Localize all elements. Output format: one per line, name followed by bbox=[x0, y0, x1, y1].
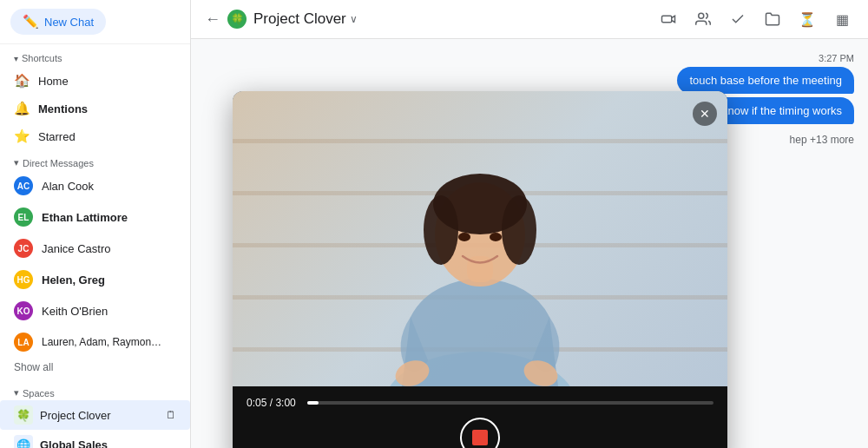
sidebar-header: ✏️ New Chat bbox=[0, 0, 190, 44]
shortcuts-section: ▾ Shortcuts bbox=[0, 44, 190, 67]
sidebar: ✏️ New Chat ▾ Shortcuts 🏠 Home 🔔 Mention… bbox=[0, 0, 191, 448]
dm-lauren-adam[interactable]: LA Lauren, Adam, Raymond, Christia bbox=[0, 326, 190, 358]
message-time: 3:27 PM bbox=[819, 53, 854, 63]
dm-ethan-lattimore[interactable]: EL Ethan Lattimore bbox=[0, 201, 190, 233]
space-global-sales[interactable]: 🌐 Global Sales bbox=[0, 430, 190, 448]
avatar-janice: JC bbox=[14, 239, 33, 258]
dm-section: ▾ Direct Messages bbox=[0, 150, 190, 170]
chat-body: 3:27 PM touch base before the meeting Le… bbox=[191, 39, 868, 448]
back-button[interactable]: ← bbox=[205, 10, 220, 29]
space-icon-clover: 🍀 bbox=[14, 405, 33, 425]
dm-chevron: ▾ bbox=[14, 157, 19, 168]
spaces-chevron: ▾ bbox=[14, 387, 19, 399]
dm-keith-obrien[interactable]: KO Keith O'Brien bbox=[0, 295, 190, 326]
avatar-alan: AC bbox=[14, 176, 33, 195]
avatar-keith: KO bbox=[14, 301, 33, 320]
space-clover-label: Project Clover bbox=[40, 409, 111, 422]
avatar-ethan: EL bbox=[14, 208, 33, 227]
svg-rect-0 bbox=[662, 16, 672, 23]
dm-helen-label: Helen, Greg bbox=[42, 273, 105, 287]
sidebar-item-home[interactable]: 🏠 Home bbox=[0, 67, 190, 95]
new-chat-button[interactable]: ✏️ New Chat bbox=[10, 9, 106, 35]
dm-janice-label: Janice Castro bbox=[42, 242, 110, 255]
dm-ethan-label: Ethan Lattimore bbox=[42, 211, 128, 224]
video-icon-button[interactable] bbox=[656, 7, 681, 31]
dm-lauren-label: Lauren, Adam, Raymond, Christia bbox=[42, 336, 163, 348]
squiggle-underline bbox=[767, 128, 854, 130]
more-reactions: hep +13 more bbox=[790, 134, 854, 146]
dm-alan-label: Alan Cook bbox=[42, 180, 94, 193]
home-label: Home bbox=[38, 75, 69, 88]
starred-icon: ⭐ bbox=[14, 128, 30, 144]
dm-janice-castro[interactable]: JC Janice Castro bbox=[0, 233, 190, 264]
spaces-section: ▾ Spaces bbox=[0, 380, 190, 400]
check-icon-button[interactable] bbox=[726, 7, 750, 31]
stop-recording-button[interactable] bbox=[460, 418, 500, 448]
hourglass-icon-button[interactable]: ⏳ bbox=[795, 7, 819, 31]
project-clover-icon: 🍀 bbox=[227, 10, 247, 29]
dm-helen-greg[interactable]: HG Helen, Greg bbox=[0, 264, 190, 295]
dm-alan-cook[interactable]: AC Alan Cook bbox=[0, 170, 190, 201]
project-title: Project Clover ∨ bbox=[253, 10, 358, 28]
progress-row: 0:05 / 3:00 bbox=[247, 397, 713, 409]
sidebar-item-starred[interactable]: ⭐ Starred bbox=[0, 122, 190, 150]
message-bubble-1: touch base before the meeting bbox=[677, 67, 854, 94]
close-icon: ✕ bbox=[700, 107, 710, 121]
video-close-button[interactable]: ✕ bbox=[693, 102, 717, 126]
dropdown-chevron[interactable]: ∨ bbox=[350, 13, 358, 25]
space-project-clover[interactable]: 🍀 Project Clover 🗒 bbox=[0, 400, 190, 430]
progress-fill bbox=[307, 401, 319, 405]
svg-point-9 bbox=[490, 233, 502, 241]
home-icon: 🏠 bbox=[14, 73, 30, 89]
shortcuts-chevron: ▾ bbox=[14, 54, 18, 63]
starred-label: Starred bbox=[38, 130, 76, 143]
svg-point-1 bbox=[699, 13, 704, 18]
grid-icon-button[interactable]: ▦ bbox=[830, 7, 854, 31]
space-global-label: Global Sales bbox=[40, 438, 108, 449]
svg-point-8 bbox=[458, 233, 470, 241]
dm-keith-label: Keith O'Brien bbox=[42, 305, 108, 318]
new-chat-icon: ✏️ bbox=[23, 14, 39, 30]
spaces-label: Spaces bbox=[23, 388, 55, 399]
main-content: ← 🍀 Project Clover ∨ bbox=[191, 0, 868, 448]
main-header: ← 🍀 Project Clover ∨ bbox=[191, 0, 868, 39]
video-controls: 0:05 / 3:00 bbox=[233, 386, 727, 448]
project-title-text: Project Clover bbox=[253, 10, 346, 28]
svg-point-7 bbox=[502, 195, 536, 265]
stop-button-row bbox=[247, 418, 713, 448]
avatar-lauren: LA bbox=[14, 333, 33, 352]
new-chat-label: New Chat bbox=[44, 16, 94, 29]
header-actions: ⏳ ▦ bbox=[656, 7, 854, 31]
show-all-dm[interactable]: Show all bbox=[0, 358, 190, 377]
mentions-label: Mentions bbox=[38, 102, 88, 115]
progress-bar[interactable] bbox=[307, 401, 713, 405]
svg-point-6 bbox=[424, 195, 458, 265]
person-silhouette bbox=[358, 109, 602, 386]
space-clover-edit[interactable]: 🗒 bbox=[166, 409, 176, 421]
avatar-helen: HG bbox=[14, 270, 33, 289]
members-icon-button[interactable] bbox=[691, 7, 715, 31]
current-time: 0:05 / 3:00 bbox=[247, 397, 299, 409]
stop-icon bbox=[472, 430, 488, 445]
video-player-modal: ✕ 0:05 / 3:00 bbox=[233, 91, 727, 448]
dm-label: Direct Messages bbox=[23, 158, 94, 168]
sidebar-item-mentions[interactable]: 🔔 Mentions bbox=[0, 95, 190, 122]
folder-icon-button[interactable] bbox=[760, 7, 785, 31]
mentions-icon: 🔔 bbox=[14, 101, 30, 116]
space-icon-global: 🌐 bbox=[14, 435, 33, 448]
shortcuts-label: Shortcuts bbox=[22, 53, 62, 63]
video-area: ✕ bbox=[233, 91, 727, 386]
